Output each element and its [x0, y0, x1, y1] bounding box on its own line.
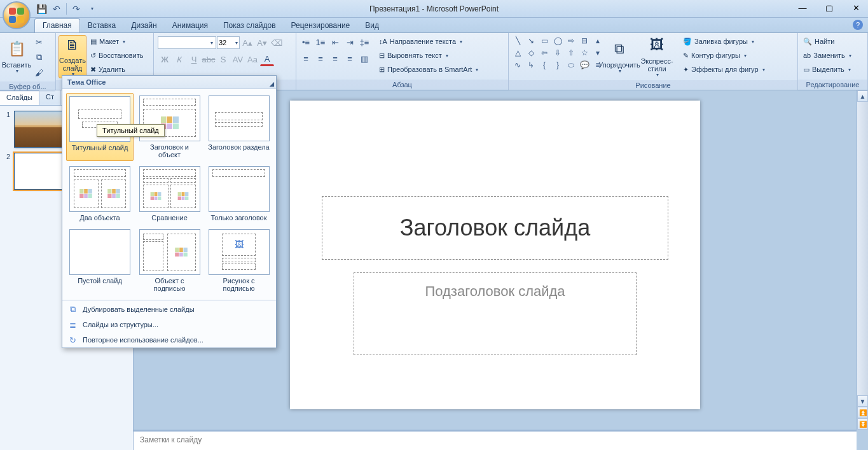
- layout-comparison[interactable]: Сравнение: [136, 164, 203, 224]
- help-icon[interactable]: ?: [853, 20, 863, 30]
- shape-callout-icon[interactable]: 💬: [578, 59, 591, 71]
- align-right-icon[interactable]: ≡: [328, 52, 342, 66]
- layout-two-content[interactable]: Два объекта: [66, 164, 134, 224]
- quick-styles-button[interactable]: 🖼 Экспресс-стили▾: [635, 35, 679, 78]
- smartart-button[interactable]: ⊞Преобразовать в SmartArt▾: [376, 63, 481, 76]
- tab-insert[interactable]: Вставка: [80, 19, 124, 32]
- shape-outline-button[interactable]: ✎Контур фигуры▾: [680, 49, 768, 62]
- select-button[interactable]: ▭Выделить▾: [801, 63, 853, 76]
- next-slide-icon[interactable]: ⏬: [857, 418, 868, 430]
- indent-dec-icon[interactable]: ⇤: [328, 35, 342, 49]
- slide-title-placeholder[interactable]: Заголовок слайда: [322, 196, 668, 260]
- shape-arrow-icon[interactable]: ↘: [525, 35, 537, 46]
- thumb-preview[interactable]: [14, 111, 64, 148]
- shape-rarrow-icon[interactable]: ⇨: [565, 35, 577, 46]
- align-text-button[interactable]: ⊟Выровнять текст▾: [376, 49, 481, 62]
- reuse-slides-cmd[interactable]: ↻Повторное использование слайдов...: [62, 332, 276, 348]
- shape-fill-button[interactable]: 🪣Заливка фигуры▾: [680, 35, 768, 48]
- qat-customize-icon[interactable]: ▾: [85, 2, 99, 16]
- font-size-combo[interactable]: 32▾: [217, 36, 240, 49]
- layout-section-header[interactable]: Заголовок раздела: [205, 93, 272, 161]
- find-button[interactable]: 🔍Найти: [801, 35, 837, 48]
- line-spacing-icon[interactable]: ‡≡: [357, 35, 371, 49]
- shape-darrow-icon[interactable]: ⇩: [551, 47, 564, 59]
- scroll-track[interactable]: [857, 102, 868, 395]
- tab-view[interactable]: Вид: [357, 19, 387, 32]
- layout-button[interactable]: ▤Макет▾: [88, 35, 146, 48]
- layout-blank[interactable]: Пустой слайд: [66, 227, 134, 295]
- reset-button[interactable]: ↺Восстановить: [88, 49, 146, 62]
- arrange-button[interactable]: ⧉ Упорядочить▾: [605, 35, 633, 78]
- tab-animation[interactable]: Анимация: [165, 19, 216, 32]
- shape-dn-icon[interactable]: ▾: [591, 47, 604, 59]
- shape-rect-icon[interactable]: ▭: [538, 35, 551, 46]
- shape-round-icon[interactable]: ⬭: [565, 59, 577, 71]
- underline-icon[interactable]: Ч: [187, 52, 201, 66]
- shrink-font-icon[interactable]: A▾: [255, 36, 269, 50]
- bold-icon[interactable]: Ж: [158, 52, 172, 66]
- scroll-down-icon[interactable]: ▼: [857, 395, 868, 407]
- replace-button[interactable]: abЗаменить▾: [801, 49, 854, 62]
- spacing-icon[interactable]: AV: [231, 52, 245, 66]
- slide[interactable]: Заголовок слайда Подзаголовок слайда: [290, 101, 700, 409]
- layout-title-only[interactable]: Только заголовок: [205, 164, 272, 224]
- slide-subtitle-placeholder[interactable]: Подзаголовок слайда: [354, 272, 637, 355]
- grow-font-icon[interactable]: A▴: [240, 36, 254, 50]
- qat-redo-icon[interactable]: ↷: [69, 2, 83, 16]
- shape-star-icon[interactable]: ☆: [578, 47, 591, 59]
- copy-icon[interactable]: ⧉: [32, 50, 46, 64]
- minimize-button[interactable]: ―: [794, 1, 811, 14]
- numbering-icon[interactable]: 1≡: [313, 35, 327, 49]
- scroll-up-icon[interactable]: ▲: [857, 90, 868, 102]
- tab-design[interactable]: Дизайн: [123, 19, 164, 32]
- shape-brace-icon[interactable]: {: [538, 59, 551, 71]
- case-icon[interactable]: Aa: [245, 52, 259, 66]
- tab-home[interactable]: Главная: [34, 18, 80, 32]
- panel-tab-slides[interactable]: Слайды: [0, 90, 39, 105]
- shape-tri-icon[interactable]: △: [511, 47, 524, 59]
- bullets-icon[interactable]: •≡: [299, 35, 313, 49]
- align-left-icon[interactable]: ≡: [299, 52, 313, 66]
- prev-slide-icon[interactable]: ⏫: [857, 407, 868, 418]
- maximize-button[interactable]: ▢: [821, 1, 837, 14]
- qat-save-icon[interactable]: 💾: [34, 2, 48, 16]
- columns-icon[interactable]: ▥: [357, 52, 371, 66]
- font-color-icon[interactable]: A: [260, 52, 274, 66]
- shape-brace2-icon[interactable]: }: [551, 59, 564, 71]
- thumb-preview[interactable]: [14, 153, 64, 190]
- new-slide-button[interactable]: 🗎 Создать слайд ▾: [59, 35, 86, 78]
- qat-undo-icon[interactable]: ↶: [50, 2, 64, 16]
- indent-inc-icon[interactable]: ⇥: [343, 35, 357, 49]
- justify-icon[interactable]: ≡: [343, 52, 357, 66]
- shape-curve-icon[interactable]: ∿: [511, 59, 524, 71]
- shape-line-icon[interactable]: ╲: [511, 35, 524, 46]
- shape-effects-button[interactable]: ✦Эффекты для фигур▾: [680, 63, 768, 76]
- office-button[interactable]: [3, 1, 31, 29]
- shadow-icon[interactable]: S: [216, 52, 230, 66]
- layout-content-caption[interactable]: Объект с подписью: [136, 227, 203, 295]
- layout-picture-caption[interactable]: 🖼 Рисунок с подписью: [205, 227, 272, 295]
- shape-text-icon[interactable]: ⊟: [578, 35, 591, 46]
- tab-review[interactable]: Рецензирование: [284, 19, 358, 32]
- tab-slideshow[interactable]: Показ слайдов: [216, 19, 284, 32]
- duplicate-slides-cmd[interactable]: ⧉Дублировать выделенные слайды: [62, 302, 276, 317]
- close-button[interactable]: ✕: [848, 1, 864, 14]
- panel-tab-outline[interactable]: Ст: [39, 90, 61, 105]
- cut-icon[interactable]: ✂: [32, 35, 46, 49]
- slides-from-outline-cmd[interactable]: ≣Слайды из структуры...: [62, 317, 276, 332]
- popup-launcher-icon[interactable]: ◢: [270, 81, 274, 87]
- shape-oval-icon[interactable]: ◯: [551, 35, 564, 46]
- delete-button[interactable]: ✖Удалить: [88, 63, 146, 76]
- shape-connector-icon[interactable]: ↳: [525, 59, 537, 71]
- clear-format-icon[interactable]: ⌫: [270, 36, 284, 50]
- font-family-combo[interactable]: ▾: [158, 36, 216, 49]
- align-center-icon[interactable]: ≡: [313, 52, 327, 66]
- shape-up-icon[interactable]: ▴: [591, 35, 604, 46]
- strike-icon[interactable]: abc: [202, 52, 216, 66]
- notes-pane[interactable]: Заметки к слайду: [134, 430, 857, 450]
- shape-uarrow-icon[interactable]: ⇧: [565, 47, 577, 59]
- italic-icon[interactable]: К: [172, 52, 186, 66]
- vertical-scrollbar[interactable]: ▲ ▼ ⏫ ⏬: [857, 90, 868, 430]
- shape-diamond-icon[interactable]: ◇: [525, 47, 537, 59]
- text-direction-button[interactable]: ↕AНаправление текста▾: [376, 35, 481, 48]
